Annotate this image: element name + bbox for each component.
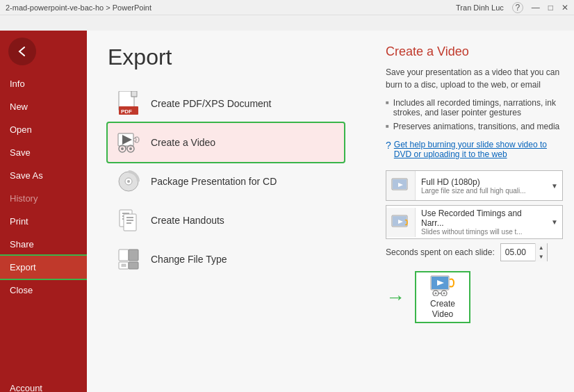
sidebar-item-open[interactable]: Open (0, 118, 87, 141)
user-name: Tran Dinh Luc (456, 3, 504, 12)
export-title: Export (108, 44, 344, 70)
svg-point-37 (435, 293, 437, 295)
filetype-icon (116, 247, 141, 272)
export-option-filetype-label: Change File Type (151, 254, 227, 265)
feature-item-1: Includes all recorded timings, narration… (386, 98, 563, 117)
seconds-increment[interactable]: ▲ (536, 243, 547, 252)
titlebar-path: 2-mad-powerpoint-ve-bac-ho > PowerPoint (6, 3, 151, 12)
seconds-decrement[interactable]: ▼ (536, 252, 547, 261)
quality-dropdown-arrow: ▼ (547, 182, 562, 190)
svg-rect-2 (131, 91, 137, 97)
sidebar-item-close[interactable]: Close (0, 279, 87, 302)
video-icon (116, 130, 141, 155)
cd-icon (116, 169, 141, 194)
export-option-handouts[interactable]: Create Handouts (108, 201, 344, 240)
help-button[interactable]: ? (512, 2, 523, 13)
timings-dropdown-icon (386, 208, 416, 237)
create-video-area: → (386, 271, 563, 323)
svg-rect-24 (129, 250, 138, 261)
export-option-package[interactable]: Package Presentation for CD (108, 162, 344, 201)
help-link-container: ? Get help burning your slide show video… (386, 140, 563, 159)
main-content: Export PDF Create PDF/XPS Document (87, 31, 574, 392)
sidebar-item-info[interactable]: Info (0, 72, 87, 95)
sidebar-item-history[interactable]: History (0, 187, 87, 210)
handouts-icon (116, 208, 141, 233)
seconds-input[interactable]: 05.00 ▲ ▼ (500, 243, 548, 261)
sidebar-item-account[interactable]: Account (0, 377, 87, 392)
svg-point-14 (127, 180, 130, 183)
help-link[interactable]: Get help burning your slide show video t… (394, 140, 563, 159)
arrow-icon: → (386, 286, 405, 309)
timings-dropdown[interactable]: Use Recorded Timings and Narr... Slides … (386, 205, 563, 239)
svg-rect-20 (126, 217, 133, 218)
seconds-row: Seconds spent on each slide: 05.00 ▲ ▼ (386, 243, 563, 261)
svg-rect-22 (126, 222, 131, 224)
svg-rect-21 (126, 220, 133, 221)
create-video-button[interactable]: CreateVideo (415, 271, 470, 323)
close-button[interactable]: ✕ (561, 3, 568, 13)
sidebar: Info New Open Save Save As History Print… (0, 31, 87, 392)
svg-point-39 (443, 293, 445, 295)
panel-description: Save your presentation as a video that y… (386, 66, 563, 91)
svg-rect-23 (119, 250, 129, 261)
sidebar-item-save[interactable]: Save (0, 141, 87, 164)
timings-dropdown-arrow: ▼ (547, 218, 562, 226)
feature-list: Includes all recorded timings, narration… (386, 98, 563, 131)
quality-dropdown-icon (386, 171, 416, 200)
svg-point-8 (121, 147, 124, 150)
export-option-video[interactable]: Create a Video (108, 123, 344, 162)
feature-item-2: Preserves animations, transitions, and m… (386, 122, 563, 131)
quality-dropdown-text: Full HD (1080p) Large file size and full… (416, 174, 547, 197)
sidebar-item-share[interactable]: Share (0, 233, 87, 256)
sidebar-item-new[interactable]: New (0, 95, 87, 118)
quality-dropdown[interactable]: Full HD (1080p) Large file size and full… (386, 170, 563, 201)
svg-point-10 (129, 147, 132, 150)
help-circle-icon: ? (386, 140, 391, 151)
timings-dropdown-text: Use Recorded Timings and Narr... Slides … (416, 206, 547, 238)
svg-rect-26 (129, 262, 138, 269)
create-video-btn-label: CreateVideo (430, 299, 455, 319)
minimize-button[interactable]: — (532, 3, 540, 13)
pdf-icon: PDF (116, 91, 141, 116)
maximize-button[interactable]: □ (548, 3, 553, 13)
back-button[interactable] (8, 38, 36, 65)
seconds-spinners: ▲ ▼ (535, 243, 547, 261)
sidebar-item-export[interactable]: Export (0, 256, 87, 279)
seconds-label: Seconds spent on each slide: (386, 247, 495, 257)
svg-text:PDF: PDF (121, 108, 132, 115)
panel-title: Create a Video (386, 44, 563, 59)
export-option-package-label: Package Presentation for CD (151, 176, 277, 187)
seconds-value: 05.00 (501, 246, 535, 259)
sidebar-item-save-as[interactable]: Save As (0, 164, 87, 187)
export-option-pdf[interactable]: PDF Create PDF/XPS Document (108, 84, 344, 123)
export-option-pdf-label: Create PDF/XPS Document (151, 98, 272, 109)
right-panel: Create a Video Save your presentation as… (372, 44, 563, 392)
export-option-video-label: Create a Video (151, 137, 215, 148)
export-option-handouts-label: Create Handouts (151, 215, 224, 226)
sidebar-item-print[interactable]: Print (0, 210, 87, 233)
export-option-filetype[interactable]: Change File Type (108, 240, 344, 279)
